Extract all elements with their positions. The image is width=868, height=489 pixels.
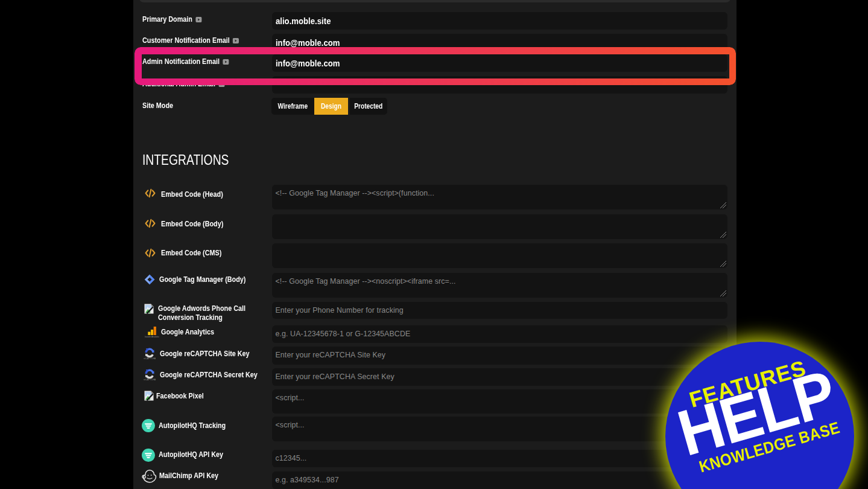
svg-text:Google Analytics: Google Analytics [145, 336, 159, 337]
svg-text:reCAPTCHA: reCAPTCHA [144, 379, 156, 381]
svg-text:reCAPTCHA: reCAPTCHA [144, 357, 156, 360]
